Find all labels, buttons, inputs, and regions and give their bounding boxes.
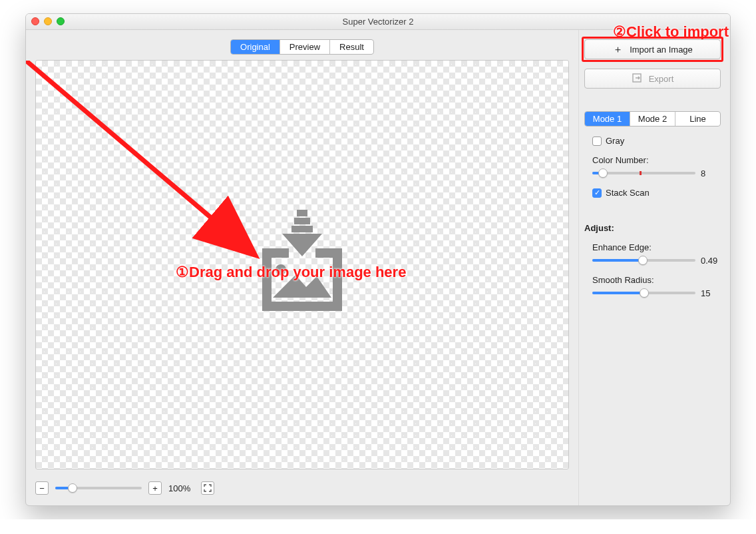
line-tab[interactable]: Line bbox=[675, 112, 720, 126]
color-number-value: 8 bbox=[701, 168, 721, 178]
tab-original[interactable]: Original bbox=[231, 40, 280, 54]
svg-marker-5 bbox=[273, 275, 331, 298]
fullscreen-icon bbox=[204, 484, 212, 492]
canvas-panel: Original Preview Result bbox=[26, 30, 578, 505]
zoom-toolbar: − + 100% bbox=[35, 469, 569, 499]
export-button[interactable]: Export bbox=[584, 69, 721, 89]
window-title: Super Vectorizer 2 bbox=[343, 17, 414, 27]
tab-preview[interactable]: Preview bbox=[280, 40, 330, 54]
zoom-out-button[interactable]: − bbox=[35, 481, 49, 495]
plus-icon: ＋ bbox=[612, 43, 623, 56]
gray-checkbox[interactable] bbox=[592, 136, 602, 146]
tab-result[interactable]: Result bbox=[330, 40, 373, 54]
export-icon bbox=[632, 73, 642, 85]
close-window-button[interactable] bbox=[31, 17, 39, 25]
enhance-edge-label: Enhance Edge: bbox=[592, 242, 721, 252]
svg-rect-2 bbox=[291, 226, 313, 232]
import-button-label: Import an Image bbox=[630, 45, 693, 55]
svg-point-4 bbox=[276, 264, 286, 275]
view-tabs: Original Preview Result bbox=[230, 39, 374, 55]
stack-scan-checkbox[interactable]: ✓ bbox=[592, 188, 602, 198]
maximize-window-button[interactable] bbox=[57, 17, 65, 25]
enhance-edge-slider[interactable] bbox=[592, 255, 695, 266]
mode2-tab[interactable]: Mode 2 bbox=[630, 112, 675, 126]
fit-screen-button[interactable] bbox=[201, 481, 214, 495]
smooth-radius-value: 15 bbox=[701, 288, 721, 298]
zoom-slider[interactable] bbox=[55, 483, 142, 493]
image-placeholder-icon bbox=[242, 208, 362, 322]
zoom-value: 100% bbox=[168, 483, 190, 493]
mode-tabs: Mode 1 Mode 2 Line bbox=[584, 111, 721, 127]
image-drop-canvas[interactable]: ①Drag and drop your image here bbox=[35, 60, 569, 469]
side-panel: ②Click to import ＋ Import an Image Expor… bbox=[578, 30, 730, 505]
smooth-radius-slider[interactable] bbox=[592, 288, 695, 298]
adjust-section-title: Adjust: bbox=[584, 223, 721, 233]
window-controls bbox=[31, 17, 65, 25]
window-body: Original Preview Result bbox=[26, 30, 730, 505]
gray-label: Gray bbox=[606, 136, 624, 146]
export-button-label: Export bbox=[649, 74, 674, 84]
color-number-slider[interactable] bbox=[592, 168, 695, 178]
zoom-in-button[interactable]: + bbox=[148, 481, 162, 495]
svg-rect-0 bbox=[297, 210, 307, 216]
stack-scan-label: Stack Scan bbox=[606, 188, 650, 198]
import-image-button[interactable]: ＋ Import an Image bbox=[584, 39, 721, 59]
enhance-edge-value: 0.49 bbox=[701, 256, 721, 266]
minimize-window-button[interactable] bbox=[44, 17, 52, 25]
color-number-label: Color Number: bbox=[592, 155, 721, 165]
smooth-radius-label: Smooth Radius: bbox=[592, 275, 721, 285]
mode1-tab[interactable]: Mode 1 bbox=[585, 112, 630, 126]
app-window: Super Vectorizer 2 Original Preview Resu… bbox=[25, 13, 731, 506]
svg-rect-1 bbox=[294, 218, 310, 224]
titlebar: Super Vectorizer 2 bbox=[26, 14, 730, 30]
